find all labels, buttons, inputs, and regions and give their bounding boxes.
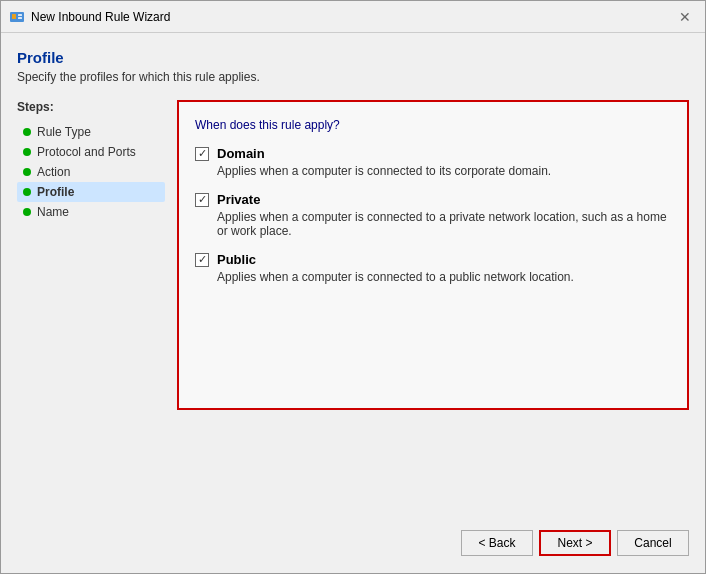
step-dot-name bbox=[23, 208, 31, 216]
main-area: Steps: Rule Type Protocol and Ports Acti… bbox=[17, 100, 689, 513]
sidebar: Steps: Rule Type Protocol and Ports Acti… bbox=[17, 100, 177, 513]
profile-item-private: Private Applies when a computer is conne… bbox=[195, 192, 671, 238]
svg-rect-2 bbox=[18, 14, 22, 16]
sidebar-label-rule-type: Rule Type bbox=[37, 125, 91, 139]
back-button[interactable]: < Back bbox=[461, 530, 533, 556]
profile-header-public: Public bbox=[195, 252, 671, 267]
window-title: New Inbound Rule Wizard bbox=[31, 10, 673, 24]
panel-question: When does this rule apply? bbox=[195, 118, 671, 132]
sidebar-label-name: Name bbox=[37, 205, 69, 219]
content-area: Profile Specify the profiles for which t… bbox=[1, 33, 705, 513]
next-button[interactable]: Next > bbox=[539, 530, 611, 556]
profile-name-private: Private bbox=[217, 192, 260, 207]
profile-panel: When does this rule apply? Domain Applie… bbox=[177, 100, 689, 410]
svg-rect-3 bbox=[18, 17, 22, 19]
app-icon bbox=[9, 9, 25, 25]
sidebar-item-rule-type[interactable]: Rule Type bbox=[17, 122, 165, 142]
footer: < Back Next > Cancel bbox=[1, 513, 705, 573]
checkbox-public[interactable] bbox=[195, 253, 209, 267]
sidebar-item-action[interactable]: Action bbox=[17, 162, 165, 182]
checkbox-private[interactable] bbox=[195, 193, 209, 207]
window: New Inbound Rule Wizard ✕ Profile Specif… bbox=[0, 0, 706, 574]
cancel-button[interactable]: Cancel bbox=[617, 530, 689, 556]
profile-name-domain: Domain bbox=[217, 146, 265, 161]
sidebar-item-profile[interactable]: Profile bbox=[17, 182, 165, 202]
step-dot-profile bbox=[23, 188, 31, 196]
profile-item-public: Public Applies when a computer is connec… bbox=[195, 252, 671, 284]
profile-header-domain: Domain bbox=[195, 146, 671, 161]
profile-desc-public: Applies when a computer is connected to … bbox=[195, 270, 671, 284]
page-subtitle: Specify the profiles for which this rule… bbox=[17, 70, 689, 84]
profile-name-public: Public bbox=[217, 252, 256, 267]
step-dot-action bbox=[23, 168, 31, 176]
steps-label: Steps: bbox=[17, 100, 165, 114]
checkbox-domain[interactable] bbox=[195, 147, 209, 161]
panel-area: When does this rule apply? Domain Applie… bbox=[177, 100, 689, 513]
page-title: Profile bbox=[17, 49, 689, 66]
step-dot-protocol-ports bbox=[23, 148, 31, 156]
sidebar-label-profile: Profile bbox=[37, 185, 74, 199]
profile-desc-private: Applies when a computer is connected to … bbox=[195, 210, 671, 238]
sidebar-item-protocol-ports[interactable]: Protocol and Ports bbox=[17, 142, 165, 162]
profile-desc-domain: Applies when a computer is connected to … bbox=[195, 164, 671, 178]
svg-rect-1 bbox=[12, 14, 16, 19]
title-bar: New Inbound Rule Wizard ✕ bbox=[1, 1, 705, 33]
sidebar-item-name[interactable]: Name bbox=[17, 202, 165, 222]
sidebar-label-action: Action bbox=[37, 165, 70, 179]
profile-item-domain: Domain Applies when a computer is connec… bbox=[195, 146, 671, 178]
sidebar-label-protocol-ports: Protocol and Ports bbox=[37, 145, 136, 159]
profile-header-private: Private bbox=[195, 192, 671, 207]
step-dot-rule-type bbox=[23, 128, 31, 136]
close-button[interactable]: ✕ bbox=[673, 5, 697, 29]
